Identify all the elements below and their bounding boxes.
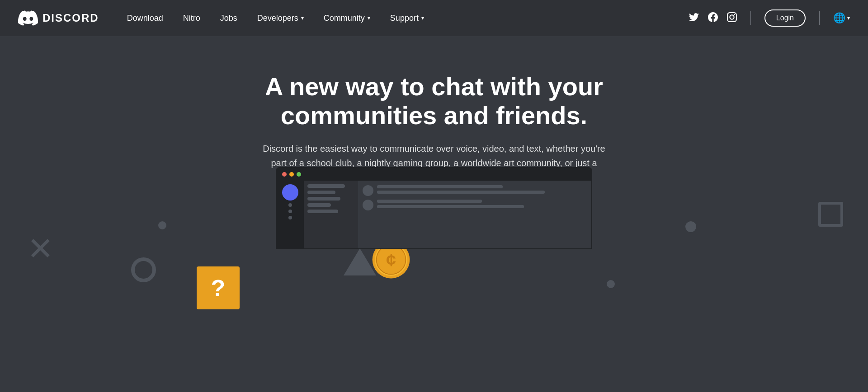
hero-subtitle: Discord is the easiest way to communicat… — [262, 141, 606, 185]
deco-side-box-right — [818, 202, 843, 227]
deco-question-block: ? — [197, 266, 240, 309]
nav-right: Login 🌐 ▾ — [689, 9, 850, 27]
instagram-link[interactable] — [727, 12, 737, 24]
coin-icon: ¢ — [371, 239, 411, 280]
terms-of-service-link[interactable]: Terms of Service — [434, 233, 481, 240]
language-button[interactable]: 🌐 ▾ — [833, 12, 850, 24]
twitter-icon — [689, 12, 699, 22]
nav-divider — [750, 11, 751, 25]
deco-x-icon: ✕ — [27, 230, 54, 267]
nav-link-download[interactable]: Download — [117, 14, 173, 23]
arrow-right-icon: → — [524, 210, 533, 221]
hero-section: ✕ ¢ ? — [0, 36, 868, 240]
svg-text:¢: ¢ — [386, 250, 396, 270]
signup-submit-button[interactable]: → — [512, 203, 545, 228]
nav-link-jobs[interactable]: Jobs — [210, 14, 247, 23]
translate-icon: 🌐 — [833, 12, 845, 24]
chevron-down-icon: ▾ — [421, 15, 424, 21]
nav-link-developers[interactable]: Developers ▾ — [247, 14, 314, 23]
facebook-link[interactable] — [708, 12, 718, 24]
svg-point-1 — [375, 243, 407, 276]
svg-point-2 — [377, 245, 406, 275]
lang-chevron-icon: ▾ — [847, 15, 850, 21]
twitter-link[interactable] — [689, 12, 699, 24]
nav-link-support[interactable]: Support ▾ — [380, 14, 434, 23]
nav-links: Download Nitro Jobs Developers ▾ Communi… — [117, 14, 689, 23]
question-block-icon: ? — [197, 266, 240, 309]
hero-title: A new way to chat with your communities … — [231, 72, 637, 131]
deco-circle-icon — [131, 257, 156, 282]
chevron-down-icon: ▾ — [301, 15, 304, 21]
deco-triangle-icon — [344, 248, 376, 275]
deco-dot-1 — [158, 221, 166, 229]
logo-text: DISCORD — [42, 12, 99, 24]
svg-point-0 — [373, 241, 410, 279]
nav-divider-2 — [819, 11, 820, 25]
facebook-icon — [708, 12, 718, 22]
nav-link-community[interactable]: Community ▾ — [314, 14, 380, 23]
privacy-policy-link[interactable]: Privacy Policy — [494, 233, 533, 240]
deco-dot-2 — [607, 280, 615, 288]
chevron-down-icon: ▾ — [368, 15, 370, 21]
instagram-icon — [727, 12, 737, 22]
mockup-sidebar — [277, 181, 304, 248]
username-input[interactable] — [323, 203, 512, 228]
login-button[interactable]: Login — [764, 9, 806, 27]
sidebar-avatar — [282, 184, 298, 201]
deco-square-icon — [554, 221, 579, 246]
discord-logo-icon — [18, 10, 38, 26]
chat-message — [363, 185, 587, 196]
terms-text: By registering, you agree to Discord's T… — [335, 233, 533, 240]
deco-coin: ¢ — [371, 239, 411, 282]
navbar: DISCORD Download Nitro Jobs Developers ▾… — [0, 0, 868, 36]
logo[interactable]: DISCORD — [18, 10, 99, 26]
deco-dot-3 — [685, 221, 696, 232]
nav-link-nitro[interactable]: Nitro — [173, 14, 210, 23]
signup-form: → — [323, 203, 545, 228]
